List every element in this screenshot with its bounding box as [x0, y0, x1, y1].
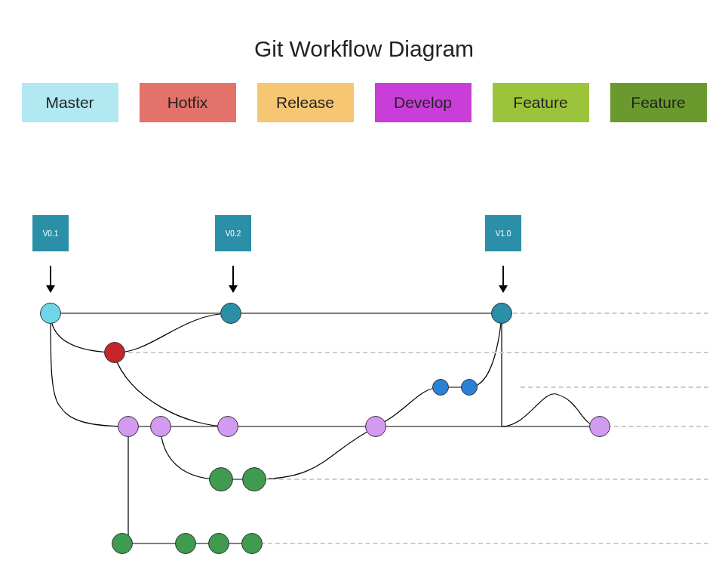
merge-edge — [51, 313, 113, 353]
lane-guideline — [513, 313, 708, 314]
legend-item-label: Feature — [513, 94, 567, 112]
arrow-down-icon — [50, 266, 51, 293]
commit-node — [40, 303, 61, 324]
legend-item-feature-5: Feature — [610, 83, 707, 122]
merge-edge — [254, 427, 376, 479]
commit-node — [365, 416, 386, 437]
commit-node — [175, 533, 196, 554]
legend-item-label: Release — [276, 94, 334, 112]
legend-item-develop-3: Develop — [375, 83, 472, 122]
legend-item-label: Hotfix — [167, 94, 208, 112]
lane-guideline — [607, 426, 708, 427]
legend-item-feature-4: Feature — [493, 83, 589, 122]
commit-node — [461, 379, 478, 396]
merge-edge — [51, 313, 128, 426]
commit-node — [589, 416, 610, 437]
version-tag-label: V1.0 — [496, 229, 511, 238]
legend-bar: MasterHotfixReleaseDevelopFeatureFeature — [0, 83, 728, 122]
merge-edge — [469, 313, 502, 387]
page-title: Git Workflow Diagram — [0, 36, 728, 62]
commit-node — [104, 342, 125, 363]
legend-item-hotfix-1: Hotfix — [140, 83, 236, 122]
version-tag: V0.1 — [32, 215, 69, 251]
commit-node — [242, 467, 266, 491]
commit-node — [241, 533, 263, 554]
commit-node — [209, 467, 233, 491]
commit-node — [217, 416, 238, 437]
commit-node — [112, 533, 133, 554]
commit-node — [220, 303, 241, 324]
version-tag: V0.2 — [215, 215, 251, 251]
version-tag-label: V0.1 — [43, 229, 59, 238]
version-tag: V1.0 — [485, 215, 521, 251]
lane-guideline — [521, 386, 708, 388]
arrow-down-icon — [502, 266, 504, 293]
arrow-down-icon — [232, 266, 234, 293]
version-tag-label: V0.2 — [226, 229, 241, 238]
legend-item-label: Feature — [631, 94, 685, 112]
lane-guideline — [128, 352, 708, 353]
workflow-diagram: V0.1V0.2V1.0 — [0, 204, 728, 566]
legend-item-label: Master — [45, 94, 94, 112]
commit-node — [491, 303, 512, 324]
edges-layer — [0, 204, 728, 566]
lane-guideline — [260, 543, 708, 544]
lane-guideline — [264, 479, 708, 480]
legend-item-release-2: Release — [257, 83, 354, 122]
commit-node — [118, 416, 139, 437]
merge-edge — [502, 394, 600, 426]
legend-item-label: Develop — [394, 94, 452, 112]
merge-edge — [376, 387, 441, 426]
commit-node — [432, 379, 449, 396]
commit-node — [208, 533, 229, 554]
commit-node — [150, 416, 171, 437]
merge-edge — [113, 313, 231, 353]
legend-item-master-0: Master — [22, 83, 118, 122]
